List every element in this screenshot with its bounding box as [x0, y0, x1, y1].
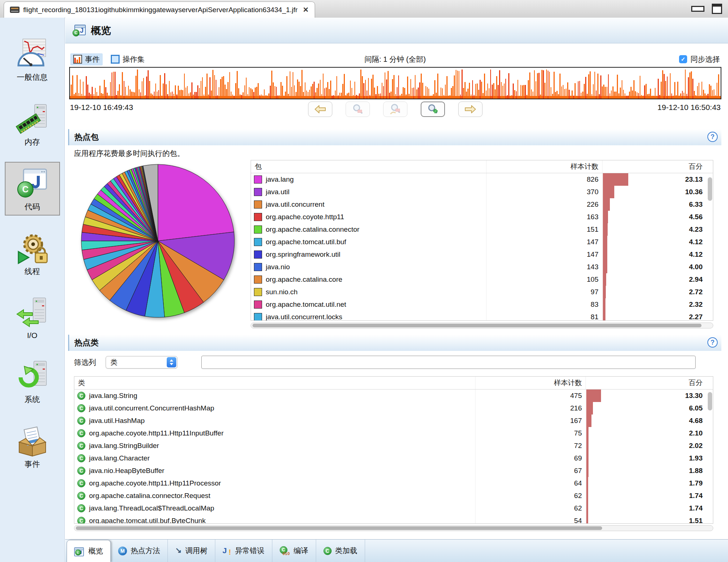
column-header-class[interactable]: 类 — [74, 377, 476, 389]
main-content: JC 概览 事件 操作集 间隔: 1 分钟 (全部) ✓ 同步选择 — [65, 18, 728, 562]
sync-selection-checkbox[interactable]: ✓ 同步选择 — [679, 54, 720, 64]
legend-events-toggle[interactable]: 事件 — [70, 53, 103, 65]
table-row[interactable]: org.apache.catalina.connector 151 4.23 — [251, 223, 713, 236]
timeline-event-bar — [578, 81, 579, 99]
timeline-event-bar — [602, 86, 603, 99]
timeline-event-bar — [637, 92, 638, 99]
sidebar-item-events[interactable]: 事件 — [5, 419, 60, 473]
column-header-percent[interactable]: 百分 — [586, 377, 713, 389]
minimize-button[interactable] — [691, 6, 704, 12]
column-header-package[interactable]: 包 — [251, 160, 487, 173]
class-icon — [77, 492, 85, 500]
timeline-event-bar — [641, 95, 642, 99]
table-row[interactable]: org.apache.catalina.connector.Request 62… — [74, 490, 713, 502]
table-row[interactable]: org.apache.coyote.http11.Http11Processor… — [74, 477, 713, 490]
tab-close-icon[interactable]: ✕ — [303, 6, 309, 14]
timeline-event-bar — [489, 88, 490, 99]
timeline-event-bar — [643, 96, 644, 99]
timeline-event-bar — [689, 72, 690, 99]
timeline-event-bar — [231, 92, 232, 99]
timeline-event-bar — [655, 88, 656, 99]
timeline-event-bar — [341, 93, 342, 99]
timeline-event-bar — [217, 95, 218, 99]
sidebar-item-general-info[interactable]: 一般信息 — [5, 32, 60, 86]
hot-classes-hscrollbar[interactable] — [74, 525, 713, 531]
timeline-event-bar — [611, 90, 612, 99]
table-row[interactable]: org.apache.tomcat.util.net 83 2.32 — [251, 298, 713, 311]
filter-text-input[interactable] — [201, 356, 696, 369]
table-row[interactable]: java.nio 143 4.00 — [251, 261, 713, 273]
table-row[interactable]: java.nio.HeapByteBuffer 67 1.88 — [74, 465, 713, 477]
hot-classes-table-header[interactable]: 类 样本计数 百分 — [74, 377, 713, 390]
timeline-event-bar — [276, 87, 277, 99]
pan-left-button[interactable] — [308, 102, 332, 117]
table-row[interactable]: java.util.HashMap 167 4.68 — [74, 415, 713, 427]
table-row[interactable]: org.apache.coyote.http11.Http11InputBuff… — [74, 427, 713, 440]
table-row[interactable]: org.apache.coyote.http11 163 4.56 — [251, 211, 713, 223]
hot-packages-help-icon[interactable]: ? — [707, 132, 718, 142]
tab-class-load[interactable]: 类加载 — [316, 540, 365, 562]
timeline-event-bar — [700, 95, 701, 99]
table-row[interactable]: java.util 370 10.36 — [251, 186, 713, 198]
pie-slice[interactable] — [158, 164, 234, 241]
table-row[interactable]: java.util.concurrent.ConcurrentHashMap 2… — [74, 402, 713, 415]
table-row[interactable]: java.lang.Character 69 1.93 — [74, 452, 713, 465]
hscrollbar-thumb[interactable] — [252, 324, 702, 327]
sidebar-item-code[interactable]: C 代码 — [5, 162, 60, 216]
table-row[interactable]: java.lang.ThreadLocal$ThreadLocalMap 62 … — [74, 502, 713, 515]
timeline-event-bar — [163, 83, 164, 99]
sidebar-item-threads[interactable]: 线程 — [5, 227, 60, 280]
filter-column-selected-value: 类 — [110, 358, 117, 367]
tab-overview[interactable]: JC 概览 — [67, 540, 111, 562]
timeline-event-bar — [160, 75, 161, 99]
hot-packages-table-header[interactable]: 包 样本计数 百分 — [251, 160, 713, 173]
event-timeline-chart[interactable] — [69, 67, 721, 99]
hscrollbar-thumb[interactable] — [76, 526, 602, 530]
zoom-out-button[interactable] — [346, 102, 370, 117]
table-row[interactable]: org.apache.tomcat.util.buf 147 4.12 — [251, 236, 713, 248]
zoom-out-range-button[interactable] — [383, 102, 407, 117]
tab-compile[interactable]: C010 编译 — [272, 540, 316, 562]
timeline-event-bar — [475, 84, 476, 99]
table-row[interactable]: java.lang.StringBuilder 72 2.02 — [74, 440, 713, 452]
sample-count: 151 — [487, 223, 602, 236]
table-row[interactable]: org.apache.catalina.core 105 2.94 — [251, 273, 713, 286]
timeline-event-bar — [374, 88, 375, 99]
checkbox-checked-icon[interactable]: ✓ — [679, 55, 687, 63]
timeline-event-bar — [253, 92, 254, 99]
table-row[interactable]: sun.nio.ch 97 2.72 — [251, 286, 713, 298]
table-row[interactable]: org.springframework.util 147 4.12 — [251, 248, 713, 261]
table-row[interactable]: java.util.concurrent.locks 81 2.27 — [251, 311, 713, 321]
tab-hot-methods[interactable]: M 热点方法 — [111, 540, 168, 562]
sidebar-item-memory[interactable]: 内存 — [5, 97, 60, 151]
vertical-scrollbar-thumb[interactable] — [708, 177, 712, 201]
tab-exceptions[interactable]: J! 异常错误 — [215, 540, 272, 562]
vertical-scrollbar-thumb[interactable] — [708, 392, 712, 410]
column-header-percent[interactable]: 百分 — [602, 160, 713, 173]
hot-classes-help-icon[interactable]: ? — [707, 337, 718, 348]
column-header-sample-count[interactable]: 样本计数 — [476, 377, 586, 389]
class-load-icon — [324, 547, 332, 555]
legend-operative-set-toggle[interactable]: 操作集 — [108, 53, 148, 65]
recording-file-tab[interactable]: flight_recording_180131iogithubkimmkingg… — [4, 1, 315, 18]
table-row[interactable]: java.lang.String 475 13.30 — [74, 390, 713, 402]
zoom-in-button[interactable] — [421, 102, 445, 117]
table-row[interactable]: java.util.concurrent 226 6.33 — [251, 198, 713, 211]
timeline-event-bar — [549, 72, 550, 99]
maximize-button[interactable] — [712, 4, 722, 14]
filter-column-select[interactable]: 类 — [106, 356, 177, 369]
timeline-event-bar — [351, 88, 353, 99]
pan-right-button[interactable] — [458, 102, 483, 117]
sidebar-item-system[interactable]: 系统 — [5, 355, 60, 408]
table-row[interactable]: java.lang 826 23.13 — [251, 173, 713, 186]
class-icon — [77, 392, 85, 400]
hot-packages-hscrollbar[interactable] — [251, 323, 713, 328]
percent-value: 4.12 — [689, 250, 703, 259]
interval-label: 间隔: 1 分钟 (全部) — [364, 54, 426, 64]
timeline-event-bar — [540, 95, 541, 99]
sidebar-item-io[interactable]: I/O — [5, 291, 60, 344]
timeline-event-bar — [246, 78, 247, 99]
column-header-sample-count[interactable]: 样本计数 — [487, 160, 602, 173]
table-row[interactable]: org.apache.tomcat.util.buf.ByteChunk 54 … — [74, 515, 713, 524]
tab-call-tree[interactable]: ↘ 调用树 — [168, 540, 215, 562]
